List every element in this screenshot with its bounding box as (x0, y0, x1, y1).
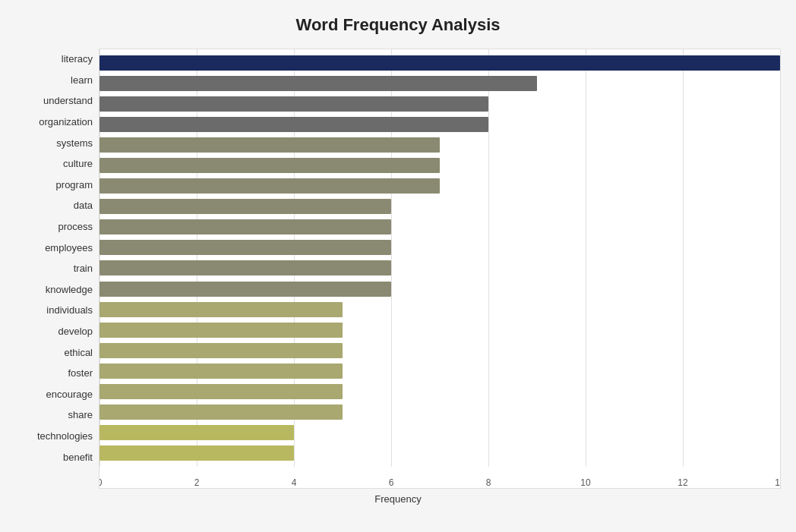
bar (100, 260, 391, 275)
bar-row (100, 156, 780, 175)
y-label: benefit (63, 447, 93, 467)
y-label: technologies (37, 426, 93, 445)
bar-row (100, 382, 780, 401)
bar (100, 76, 537, 91)
chart-area: literacylearnunderstandorganizationsyste… (15, 49, 781, 489)
bar-row (100, 197, 780, 216)
y-label: employees (45, 238, 93, 257)
y-label: knowledge (46, 279, 93, 299)
bar (100, 137, 440, 153)
bar (100, 96, 488, 112)
bar-row (100, 54, 780, 72)
y-label: foster (68, 364, 93, 383)
bar (100, 219, 391, 235)
bar (100, 323, 343, 338)
bar (100, 240, 391, 255)
y-label: encourage (46, 384, 93, 404)
bar (100, 405, 343, 420)
bar-row (100, 74, 780, 93)
y-label: learn (71, 70, 93, 90)
bar-row (100, 301, 780, 319)
x-tick: 2 (194, 477, 200, 488)
y-label: organization (39, 112, 93, 132)
x-tick: 10 (580, 477, 590, 488)
y-label: literacy (62, 49, 93, 69)
x-axis: 02468101214 (100, 467, 780, 488)
y-label: culture (63, 154, 93, 174)
grid-and-bars: 02468101214 (100, 49, 780, 488)
bar (100, 425, 294, 440)
bar-row (100, 280, 780, 298)
bar (100, 302, 343, 317)
x-tick: 6 (389, 477, 394, 488)
bar (100, 445, 294, 461)
x-tick: 4 (292, 477, 297, 488)
bar (100, 55, 780, 71)
y-label: individuals (46, 301, 93, 320)
bar (100, 282, 391, 297)
x-tick: 12 (678, 477, 687, 488)
x-tick: 14 (775, 477, 780, 488)
x-tick: 8 (486, 477, 491, 488)
bar-row (100, 238, 780, 257)
bar-row (100, 218, 780, 236)
x-axis-label: Frequency (15, 493, 781, 505)
bars-area: 02468101214 (99, 49, 781, 489)
bar-row (100, 115, 780, 134)
y-label: train (74, 259, 93, 279)
bar (100, 343, 343, 358)
bar-row (100, 321, 780, 339)
chart-title: Word Frequency Analysis (15, 15, 781, 35)
bar-row (100, 362, 780, 380)
bar-row (100, 136, 780, 154)
bar (100, 117, 488, 132)
y-label: process (58, 217, 93, 237)
y-label: ethical (64, 342, 93, 362)
bar (100, 158, 440, 173)
x-tick: 0 (100, 477, 102, 488)
chart-container: Word Frequency Analysis literacylearnund… (0, 0, 796, 532)
bar (100, 364, 343, 379)
bar-row (100, 95, 780, 113)
y-label: share (68, 405, 93, 425)
bar-row (100, 444, 780, 462)
bars-wrapper (100, 49, 780, 467)
y-label: program (56, 175, 93, 194)
y-label: understand (43, 91, 93, 111)
bar-row (100, 403, 780, 421)
bar-row (100, 423, 780, 442)
bar-row (100, 342, 780, 360)
bar (100, 384, 343, 399)
bar-row (100, 259, 780, 277)
bar (100, 199, 391, 214)
bar (100, 178, 440, 194)
y-label: develop (58, 322, 93, 342)
y-label: data (74, 196, 93, 216)
y-labels: literacylearnunderstandorganizationsyste… (15, 49, 99, 489)
y-label: systems (56, 133, 93, 153)
bar-row (100, 177, 780, 195)
